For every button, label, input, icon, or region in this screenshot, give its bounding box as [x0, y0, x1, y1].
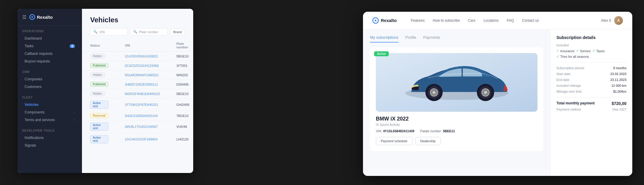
check-icon: ✓ [576, 49, 579, 53]
vehicles-table: Status VIN Plate number Year Hidden 1G1F… [82, 40, 193, 146]
vin-value: 4Y1SL658482411439 [383, 129, 414, 133]
vin-link[interactable]: 1G1FB1RS6G4100021 [125, 55, 158, 58]
vin-search-input[interactable]: 🔍 VIN [90, 28, 128, 35]
car-name: BMW iX 2022 [376, 116, 537, 122]
cell-status: Hidden [82, 52, 117, 61]
nav-link-faq[interactable]: FAQ [507, 18, 514, 23]
tab-my-subscriptions[interactable]: My subscriptions [370, 35, 398, 43]
nav-link-how-to-subscribe[interactable]: How to subscribe [433, 18, 460, 23]
detail-value: 9 months [613, 66, 626, 70]
plate-search-input[interactable]: 🔍 Plate number [130, 28, 167, 35]
sidebar-section-crm: CRM Companies Customers [18, 66, 82, 92]
detail-label: Subscription period [556, 66, 584, 70]
section-title-fleet: Fleet [22, 96, 77, 99]
vin-link[interactable]: WDDGF4HB1EA940102 [125, 92, 160, 96]
cell-vin: JM1BL1TG4D1234567 [117, 120, 168, 133]
total-label: Total monthly payment [556, 101, 595, 106]
cell-status: Reserved [82, 111, 117, 120]
table-row[interactable]: Published 2C3CDZGG0JH123456 1FT001 2023 [82, 61, 193, 70]
portal-brand-dot [375, 20, 376, 21]
payment-method-value: Visa 1027 [612, 108, 626, 111]
sidebar-item-label: Customers [25, 85, 42, 89]
car-actions: Payment schedule Dealership [376, 137, 537, 145]
cell-status: Active rent [82, 120, 117, 133]
sidebar-item-customers[interactable]: Customers [22, 83, 77, 91]
sidebar-item-companies[interactable]: Companies [22, 75, 77, 83]
sidebar-item-tasks[interactable]: Tasks 5 [22, 42, 77, 50]
status-badge: Active rent [90, 123, 108, 131]
cell-vin: JHMZF1D62ES000111 [117, 80, 168, 89]
brand-label: Brand [173, 30, 182, 34]
status-badge: Published [90, 82, 108, 87]
payment-method-label: Payment method [556, 108, 581, 111]
col-plate: Plate number [168, 40, 193, 52]
table-row[interactable]: Reserved 2HGES16582H525164 7BGE10 2022 [82, 111, 193, 120]
table-row[interactable]: Active rent 1FTSW21P87EA45321 GHI2468 20… [82, 99, 193, 111]
vin-link[interactable]: 1GCHK23163F189654 [125, 138, 157, 141]
tab-payments[interactable]: Payments [423, 35, 440, 43]
vehicles-header: Vehicles 🔍 VIN 🔍 Plate number Brand [82, 9, 193, 40]
admin-brand-name: Rexalto [37, 15, 53, 20]
portal-brand: Rexalto [372, 17, 397, 24]
portal-tabs: My subscriptions Profile Payments [370, 35, 543, 43]
sidebar-item-label: Signals [25, 143, 36, 147]
sidebar-item-vehicles[interactable]: Vehicles [22, 101, 77, 108]
sidebar-item-signals[interactable]: Signals [22, 142, 77, 149]
payment-schedule-button[interactable]: Payment schedule [376, 137, 412, 145]
detail-label: Included mileage [556, 84, 581, 87]
vin-link[interactable]: JHMZF1D62ES000111 [125, 83, 158, 86]
included-item-label: Taxes [596, 49, 605, 53]
search-icon: 🔍 [93, 30, 97, 34]
dealership-button[interactable]: Dealership [415, 137, 441, 145]
vin-link[interactable]: 1FTSW21P87EA45321 [125, 103, 158, 106]
sidebar-item-label: Dashboard [25, 36, 42, 40]
col-vin: VIN [117, 40, 168, 52]
cell-status: Active rent [82, 133, 117, 146]
table-row[interactable]: Active rent JM1BL1TG4D1234567 VHI246 202… [82, 120, 193, 133]
sidebar-item-label: Companies [25, 77, 42, 81]
vin-link[interactable]: 5N1AR2MN4FC600321 [125, 73, 159, 77]
detail-label: End date [556, 78, 569, 82]
nav-link-cars[interactable]: Cars [468, 18, 475, 23]
table-row[interactable]: Active rent 1GCHK23163F189654 LHI2120 20… [82, 133, 193, 146]
table-row[interactable]: Hidden WDDGF4HB1EA940102 5BGE10 2019 [82, 89, 193, 99]
vehicles-title: Vehicles [90, 16, 185, 24]
sidebar-item-dashboard[interactable]: Dashboard [22, 35, 77, 42]
plate-value: 5BEE11 [443, 129, 455, 133]
table-row[interactable]: Published JHMZF1D62ES000111 DSN409 2021 [82, 80, 193, 89]
portal-nav: Rexalto Features How to subscribe Cars L… [363, 12, 632, 29]
sidebar-item-components[interactable]: Components › [22, 108, 77, 116]
cell-vin: WDDGF4HB1EA940102 [117, 89, 168, 99]
nav-link-features[interactable]: Features [411, 18, 424, 23]
sidebar-item-label: Components [25, 110, 44, 114]
nav-link-contact[interactable]: Contact us [522, 18, 539, 23]
cell-plate: VHI246 [168, 120, 193, 133]
cell-vin: 5N1AR2MN4FC600321 [117, 70, 168, 80]
vehicles-search-bar: 🔍 VIN 🔍 Plate number Brand [90, 28, 185, 35]
vin-link[interactable]: 2C3CDZGG0JH123456 [125, 64, 159, 67]
included-tires: ✓ Tires for all seasons [556, 55, 589, 58]
sidebar-item-label: Terms and services [25, 118, 55, 122]
admin-main-content: Vehicles 🔍 VIN 🔍 Plate number Brand Stat… [82, 9, 193, 173]
vin-link[interactable]: 2HGES16582H525164 [125, 114, 158, 118]
status-badge: Hidden [90, 54, 105, 59]
cell-plate: 1FT001 [168, 61, 193, 70]
sidebar-item-notifications[interactable]: Notifications [22, 134, 77, 142]
nav-link-locations[interactable]: Locations [484, 18, 499, 23]
table-row[interactable]: Hidden 5N1AR2MN4FC600321 WIN202 2023 [82, 70, 193, 80]
brand-dropdown[interactable]: Brand [170, 28, 185, 35]
detail-value: 23.11.2023 [610, 78, 626, 82]
avatar[interactable]: A [614, 16, 623, 25]
cell-plate: 5BGE10 [168, 52, 193, 61]
sidebar-item-buyout[interactable]: Buyout requests [22, 57, 77, 65]
check-icon: ✓ [592, 49, 595, 53]
vin-link[interactable]: JM1BL1TG4D1234567 [125, 125, 158, 128]
tab-profile[interactable]: Profile [405, 35, 416, 43]
sidebar-item-callback[interactable]: Callback requests [22, 50, 77, 57]
sidebar: ☰ Rexalto Operations Dashboard Tasks 5 C… [18, 9, 82, 173]
active-badge: Active [374, 51, 389, 56]
sidebar-item-terms[interactable]: Terms and services › [22, 116, 77, 124]
hamburger-icon[interactable]: ☰ [22, 14, 26, 20]
table-row[interactable]: Hidden 1G1FB1RS6G4100021 5BGE10 2023 [82, 52, 193, 61]
brand-logo-circle [29, 14, 35, 20]
